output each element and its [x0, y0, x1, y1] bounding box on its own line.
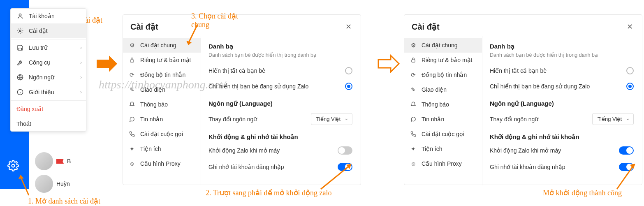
gear-icon[interactable] — [7, 160, 19, 173]
chevron-right-icon: › — [80, 74, 82, 80]
toggle-startup[interactable] — [338, 146, 352, 155]
nav-proxy[interactable]: ⎋Cấu hình Proxy — [123, 156, 201, 171]
save-icon — [16, 44, 24, 51]
nav-call[interactable]: Cài đặt cuộc gọi — [404, 127, 482, 141]
settings-title: Cài đặt — [412, 22, 440, 32]
section-startup-title: Khởi động & ghi nhớ tài khoản — [208, 133, 352, 141]
edit-icon: ✎ — [129, 86, 135, 93]
annotation-arrow-icon — [16, 173, 33, 197]
section-language-title: Ngôn ngữ (Language) — [490, 100, 634, 107]
sparkle-icon: ✦ — [410, 146, 417, 152]
menu-item-account[interactable]: Tài khoản — [11, 9, 86, 23]
option-label: Ghi nhớ tài khoản đăng nhập — [490, 164, 565, 170]
settings-window: Cài đặt ✕ ⚙Cài đặt chung Riêng tư & bảo … — [123, 14, 361, 185]
radio-icon[interactable] — [626, 83, 634, 90]
menu-label: Lưu trữ — [29, 44, 48, 51]
avatar — [35, 175, 53, 193]
nav-label: Tin nhắn — [422, 116, 444, 123]
nav-sync[interactable]: ⟳Đồng bộ tin nhắn — [404, 67, 482, 82]
globe-icon — [16, 74, 24, 81]
nav-call[interactable]: Cài đặt cuộc gọi — [123, 127, 201, 141]
option-change-lang: Thay đổi ngôn ngữTiếng Việt — [208, 109, 352, 129]
settings-window: Cài đặt ✕ ⚙Cài đặt chung Riêng tư & bảo … — [404, 14, 642, 185]
annotation-1: 1. Mở danh sách cài đặt — [28, 197, 100, 206]
proxy-icon: ⎋ — [129, 160, 135, 167]
menu-label: Thoát — [16, 120, 31, 127]
radio-icon[interactable] — [345, 67, 352, 74]
menu-item-exit[interactable]: Thoát — [11, 116, 86, 131]
nav-label: Giao diện — [140, 86, 165, 93]
section-language-title: Ngôn ngữ (Language) — [208, 100, 352, 107]
menu-item-language[interactable]: Ngôn ngữ › — [11, 70, 86, 85]
lock-icon — [410, 57, 417, 63]
annotation-4: 2. Trượt sang phải để mở khởi động zalo — [206, 188, 332, 197]
nav-general[interactable]: ⚙Cài đặt chung — [404, 38, 482, 53]
radio-icon[interactable] — [626, 67, 634, 74]
contact-preview: Huỳn — [35, 175, 70, 193]
settings-nav: ⚙Cài đặt chung Riêng tư & bảo mật ⟳Đồng … — [404, 36, 482, 185]
option-show-all[interactable]: Hiển thị tất cả bạn bè — [490, 63, 634, 79]
nav-ui[interactable]: ✎Giao diện — [123, 82, 201, 97]
section-contacts-title: Danh bạ — [208, 43, 352, 50]
proxy-icon: ⎋ — [410, 160, 417, 167]
option-label: Hiển thị tất cả bạn bè — [208, 67, 265, 74]
option-label: Chỉ hiển thị bạn bè đang sử dụng Zalo — [490, 83, 590, 90]
option-startup-open: Khởi động Zalo khi mở máy — [490, 142, 634, 159]
edit-icon: ✎ — [410, 86, 417, 93]
close-icon[interactable]: ✕ — [625, 21, 635, 33]
nav-privacy[interactable]: Riêng tư & bảo mật — [123, 53, 201, 67]
nav-util[interactable]: ✦Tiện ích — [123, 141, 201, 156]
lock-icon — [129, 57, 135, 63]
menu-item-logout[interactable]: Đăng xuất — [11, 102, 86, 116]
menu-item-storage[interactable]: Lưu trữ › — [11, 40, 86, 55]
radio-icon[interactable] — [345, 83, 352, 90]
option-label: Thay đổi ngôn ngữ — [490, 116, 538, 123]
menu-label: Công cụ — [29, 59, 51, 66]
nav-notif[interactable]: Thông báo — [404, 97, 482, 112]
chevron-right-icon: › — [80, 89, 82, 95]
menu-label: Ngôn ngữ — [29, 74, 54, 81]
language-dropdown[interactable]: Tiếng Việt — [592, 113, 634, 125]
message-icon — [129, 116, 135, 122]
toggle-startup[interactable] — [619, 146, 634, 155]
bell-icon — [129, 102, 135, 107]
chevron-right-icon: › — [80, 45, 82, 51]
annotation-arrow-icon — [185, 23, 202, 47]
user-icon — [16, 13, 24, 19]
separator — [11, 100, 86, 101]
language-dropdown[interactable]: Tiếng Việt — [311, 113, 352, 125]
contact-preview: B — [35, 152, 71, 170]
gear-icon: ⚙ — [129, 42, 135, 49]
nav-label: Giao diện — [422, 86, 447, 93]
option-show-all[interactable]: Hiển thị tất cả bạn bè — [208, 63, 352, 79]
svg-point-2 — [19, 30, 21, 32]
menu-item-tools[interactable]: Công cụ › — [11, 55, 86, 70]
option-show-zalo[interactable]: Chỉ hiển thị bạn bè đang sử dụng Zalo — [208, 79, 352, 94]
option-label: Khởi động Zalo khi mở máy — [490, 147, 561, 154]
nav-label: Cài đặt chung — [140, 42, 176, 49]
nav-msg[interactable]: Tin nhắn — [404, 112, 482, 127]
nav-proxy[interactable]: ⎋Cấu hình Proxy — [404, 156, 482, 171]
menu-item-about[interactable]: Giới thiệu › — [11, 85, 86, 100]
nav-sync[interactable]: ⟳Đồng bộ tin nhắn — [123, 67, 201, 82]
nav-util[interactable]: ✦Tiện ích — [404, 141, 482, 156]
nav-label: Riêng tư & bảo mật — [140, 57, 191, 63]
nav-label: Đồng bộ tin nhắn — [140, 72, 185, 78]
nav-ui[interactable]: ✎Giao diện — [404, 82, 482, 97]
close-icon[interactable]: ✕ — [344, 21, 353, 33]
phone-icon — [129, 131, 135, 137]
option-remember: Ghi nhớ tài khoản đăng nhập — [490, 159, 634, 175]
menu-item-settings[interactable]: Cài đặt — [11, 23, 86, 38]
nav-privacy[interactable]: Riêng tư & bảo mật — [404, 53, 482, 67]
nav-notif[interactable]: Thông báo — [123, 97, 201, 112]
option-show-zalo[interactable]: Chỉ hiển thị bạn bè đang sử dụng Zalo — [490, 79, 634, 94]
nav-msg[interactable]: Tin nhắn — [123, 112, 201, 127]
annotation-arrow-icon — [613, 162, 637, 191]
section-contacts-title: Danh bạ — [490, 43, 634, 50]
separator — [11, 39, 86, 39]
chevron-right-icon: › — [80, 60, 82, 65]
nav-label: Cấu hình Proxy — [140, 160, 181, 167]
step-arrow-icon — [376, 53, 401, 74]
nav-label: Riêng tư & bảo mật — [422, 57, 473, 63]
section-contacts-sub: Danh sách bạn bè được hiển thị trong dan… — [208, 52, 352, 58]
